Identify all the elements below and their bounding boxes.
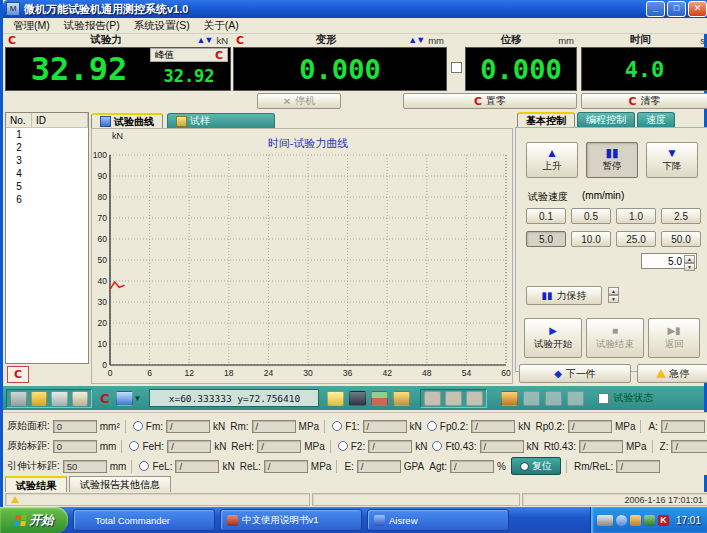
save-icon[interactable] [10, 391, 27, 406]
radio-button[interactable] [133, 421, 143, 431]
force-hold-button[interactable]: ▮▮ 力保持 [526, 286, 602, 305]
warning-gray-icon[interactable] [523, 391, 540, 406]
antivirus-icon[interactable]: K [658, 515, 669, 526]
test-end-button[interactable]: ■ 试验结束 [586, 318, 644, 358]
minimize-button[interactable]: _ [646, 1, 665, 17]
shield-icon[interactable] [644, 515, 655, 526]
tab-specimen[interactable]: 试样 [167, 113, 275, 128]
tab-test-curve[interactable]: 试验曲线 [91, 113, 163, 128]
speed-button-1.0[interactable]: 1.0 [616, 208, 656, 224]
jog-up-button[interactable]: ▲ 上升 [526, 142, 578, 178]
speed-button-50.0[interactable]: 50.0 [661, 231, 701, 247]
force-clear-icon[interactable]: C [8, 34, 16, 47]
field-value[interactable]: / [363, 420, 407, 433]
camera-icon[interactable] [349, 391, 366, 406]
time-clear-button[interactable]: C 清零 [581, 93, 707, 109]
speed-button-10.0[interactable]: 10.0 [571, 231, 611, 247]
tab-report-info[interactable]: 试验报告其他信息 [69, 476, 171, 493]
network-icon[interactable] [567, 391, 584, 406]
list-item[interactable]: 1 [6, 128, 88, 141]
chart-icon[interactable] [116, 391, 133, 406]
speed-button-25.0[interactable]: 25.0 [616, 231, 656, 247]
reset-button[interactable]: 复位 [511, 457, 561, 475]
radio-button[interactable] [432, 441, 442, 451]
refresh-icon[interactable]: C [100, 391, 110, 406]
print-preview-icon[interactable] [72, 391, 89, 406]
speed-spinbox[interactable]: 5.0 ▲▼ [641, 253, 697, 269]
field-value[interactable]: / [616, 460, 660, 473]
jog-down-button[interactable]: ▼ 下降 [646, 142, 698, 178]
list-item[interactable]: 6 [6, 193, 88, 206]
field-value[interactable]: / [450, 460, 494, 473]
keyboard-icon[interactable] [597, 515, 613, 526]
menu-item[interactable]: 管理(M) [7, 19, 56, 33]
field-value[interactable]: 0 [53, 440, 97, 453]
field-value[interactable]: / [579, 440, 623, 453]
lock-icon[interactable] [545, 391, 562, 406]
field-value[interactable]: / [661, 420, 705, 433]
close-button[interactable]: ✕ [688, 1, 707, 17]
radio-button[interactable] [332, 421, 342, 431]
field-value[interactable]: / [167, 440, 211, 453]
peak-clear-icon[interactable]: C [215, 49, 223, 62]
field-value[interactable]: 50 [63, 460, 107, 473]
test-status-checkbox[interactable] [598, 393, 609, 404]
tab-speed[interactable]: 速度 [637, 112, 675, 127]
speed-button-0.1[interactable]: 0.1 [526, 208, 566, 224]
spin-arrows-icon[interactable]: ▲▼ [684, 255, 695, 267]
field-value[interactable]: / [166, 420, 210, 433]
list-item[interactable]: 5 [6, 180, 88, 193]
task-button[interactable]: Total Commander [73, 509, 215, 531]
menu-item[interactable]: 试验报告(P) [58, 19, 126, 33]
jog-pause-button[interactable]: ▮▮ 暂停 [586, 142, 638, 178]
return-button[interactable]: ▶▮ 返回 [648, 318, 700, 358]
print-icon[interactable] [51, 391, 68, 406]
radio-button[interactable] [139, 461, 149, 471]
field-value[interactable]: / [252, 420, 296, 433]
radio-button[interactable] [338, 441, 348, 451]
image-icon[interactable] [371, 391, 388, 406]
test-start-button[interactable]: ▶ 试验开始 [524, 318, 582, 358]
chevron-down-icon[interactable]: ▼ [134, 394, 142, 403]
tab-program-control[interactable]: 编程控制 [577, 112, 635, 127]
open-folder-icon[interactable] [31, 391, 48, 406]
tab-basic-control[interactable]: 基本控制 [517, 112, 575, 127]
list-item[interactable]: 4 [6, 167, 88, 180]
maximize-button[interactable]: □ [667, 1, 686, 17]
speed-button-0.5[interactable]: 0.5 [571, 208, 611, 224]
next-specimen-button[interactable]: ◆ 下一件 [519, 364, 631, 383]
radio-button[interactable] [427, 421, 437, 431]
emergency-stop-button[interactable]: 急停 [637, 364, 707, 383]
field-value[interactable]: / [471, 420, 515, 433]
field-value[interactable]: 0 [53, 420, 97, 433]
speed-button-5.0[interactable]: 5.0 [526, 231, 566, 247]
field-value[interactable]: / [257, 440, 301, 453]
field-value[interactable]: / [671, 440, 707, 453]
deform-clear-icon[interactable]: C [236, 34, 244, 47]
field-value[interactable]: / [264, 460, 308, 473]
deform-checkbox[interactable] [451, 62, 462, 73]
calibrate-icon[interactable] [501, 391, 518, 406]
displacement-zero-button[interactable]: C 置零 [403, 93, 577, 109]
hold-spinner[interactable]: ▲▼ [608, 287, 619, 299]
list-item[interactable]: 2 [6, 141, 88, 154]
list-refresh-button[interactable]: C [7, 366, 29, 383]
menu-item[interactable]: 系统设置(S) [128, 19, 196, 33]
start-button[interactable]: 开始 [0, 507, 68, 533]
radio-button[interactable] [129, 441, 139, 451]
volume-icon[interactable] [616, 515, 627, 526]
menu-item[interactable]: 关于(A) [198, 19, 245, 33]
folder-image-icon[interactable] [393, 391, 410, 406]
specimen-list[interactable]: No. ID 123456 [5, 112, 89, 364]
field-value[interactable]: / [357, 460, 401, 473]
note-icon[interactable] [327, 391, 344, 406]
list-item[interactable]: 3 [6, 154, 88, 167]
field-value[interactable]: / [175, 460, 219, 473]
task-button[interactable]: 中文使用说明书v1 [220, 509, 362, 531]
graph-tray-icon[interactable] [630, 515, 641, 526]
field-value[interactable]: / [568, 420, 612, 433]
field-value[interactable]: / [480, 440, 524, 453]
speed-button-2.5[interactable]: 2.5 [661, 208, 701, 224]
field-value[interactable]: / [368, 440, 412, 453]
task-button[interactable]: Aisrew [367, 509, 509, 531]
